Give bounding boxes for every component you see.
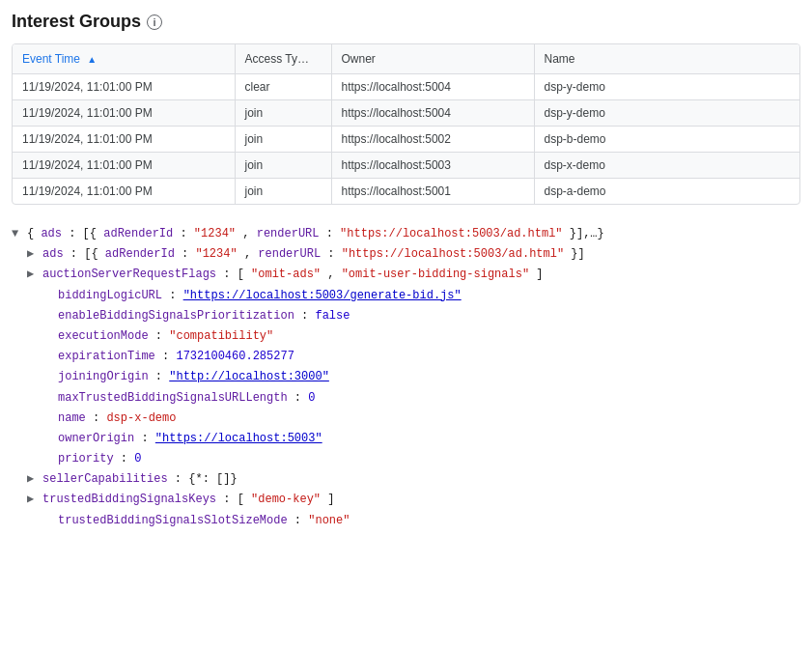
json-detail-tree: ▼ { ads : [{ adRenderId : "1234" , rende…: [12, 220, 800, 535]
cell-access-type: join: [235, 179, 331, 205]
table-row: 11/19/2024, 11:01:00 PMclearhttps://loca…: [13, 74, 799, 100]
seller-cap-toggle[interactable]: ▶: [27, 470, 42, 489]
col-header-owner[interactable]: Owner: [331, 44, 534, 74]
cell-event-time: 11/19/2024, 11:01:00 PM: [13, 153, 235, 179]
json-name-row: ▶ name : dsp-x-demo: [12, 409, 800, 429]
table-row: 11/19/2024, 11:01:00 PMjoinhttps://local…: [13, 153, 799, 179]
cell-name: dsp-x-demo: [534, 153, 799, 179]
header: Interest Groups i: [12, 12, 800, 32]
cell-access-type: join: [235, 100, 331, 127]
cell-name: dsp-y-demo: [534, 100, 799, 127]
json-priority-row: ▶ priority : 0: [12, 449, 800, 469]
json-trusted-keys-row: ▶ trustedBiddingSignalsKeys : [ "demo-ke…: [12, 490, 800, 510]
ads-toggle[interactable]: ▶: [27, 245, 42, 264]
sort-arrow-icon: ▲: [87, 54, 97, 65]
cell-event-time: 11/19/2024, 11:01:00 PM: [13, 127, 235, 153]
table-row: 11/19/2024, 11:01:00 PMjoinhttps://local…: [13, 179, 799, 205]
cell-owner: https://localhost:5001: [331, 179, 534, 205]
col-header-event-time[interactable]: Event Time ▲: [13, 44, 235, 74]
col-header-access-type[interactable]: Access Ty…: [235, 44, 331, 74]
cell-access-type: join: [235, 153, 331, 179]
json-trusted-slot-row: ▶ trustedBiddingSignalsSlotSizeMode : "n…: [12, 511, 800, 531]
json-joining-origin-row: ▶ joiningOrigin : "http://localhost:3000…: [12, 367, 800, 387]
cell-name: dsp-b-demo: [534, 127, 799, 153]
json-enable-bidding-row: ▶ enableBiddingSignalsPrioritization : f…: [12, 306, 800, 326]
json-ads-row: ▶ ads : [{ adRenderId : "1234" , renderU…: [12, 244, 800, 265]
cell-name: dsp-a-demo: [534, 179, 799, 205]
json-auction-row: ▶ auctionServerRequestFlags : [ "omit-ad…: [12, 265, 800, 285]
cell-owner: https://localhost:5004: [331, 74, 534, 100]
json-owner-origin-row: ▶ ownerOrigin : "https://localhost:5003": [12, 429, 800, 449]
table-row: 11/19/2024, 11:01:00 PMjoinhttps://local…: [13, 127, 799, 153]
cell-owner: https://localhost:5003: [331, 153, 534, 179]
cell-event-time: 11/19/2024, 11:01:00 PM: [13, 100, 235, 127]
cell-event-time: 11/19/2024, 11:01:00 PM: [13, 179, 235, 205]
cell-owner: https://localhost:5002: [331, 127, 534, 153]
table-header-row: Event Time ▲ Access Ty… Owner Name: [13, 44, 799, 74]
json-max-trusted-row: ▶ maxTrustedBiddingSignalsURLLength : 0: [12, 388, 800, 409]
json-seller-cap-row: ▶ sellerCapabilities : {*: []}: [12, 469, 800, 490]
table-row: 11/19/2024, 11:01:00 PMjoinhttps://local…: [13, 100, 799, 127]
json-root-row: ▼ { ads : [{ adRenderId : "1234" , rende…: [12, 224, 800, 244]
json-expiration-row: ▶ expirationTime : 1732100460.285277: [12, 347, 800, 367]
page-title: Interest Groups: [12, 12, 141, 32]
json-execution-mode-row: ▶ executionMode : "compatibility": [12, 326, 800, 347]
col-header-name[interactable]: Name: [534, 44, 799, 74]
json-bidding-logic-row: ▶ biddingLogicURL : "https://localhost:5…: [12, 286, 800, 306]
cell-access-type: clear: [235, 74, 331, 100]
cell-owner: https://localhost:5004: [331, 100, 534, 127]
trusted-keys-toggle[interactable]: ▶: [27, 491, 42, 509]
cell-access-type: join: [235, 127, 331, 153]
cell-event-time: 11/19/2024, 11:01:00 PM: [13, 74, 235, 100]
interest-groups-table: Event Time ▲ Access Ty… Owner Name 11/19…: [12, 43, 800, 205]
cell-name: dsp-y-demo: [534, 74, 799, 100]
auction-toggle[interactable]: ▶: [27, 266, 42, 284]
info-icon[interactable]: i: [147, 14, 162, 30]
root-toggle[interactable]: ▼: [12, 225, 27, 243]
